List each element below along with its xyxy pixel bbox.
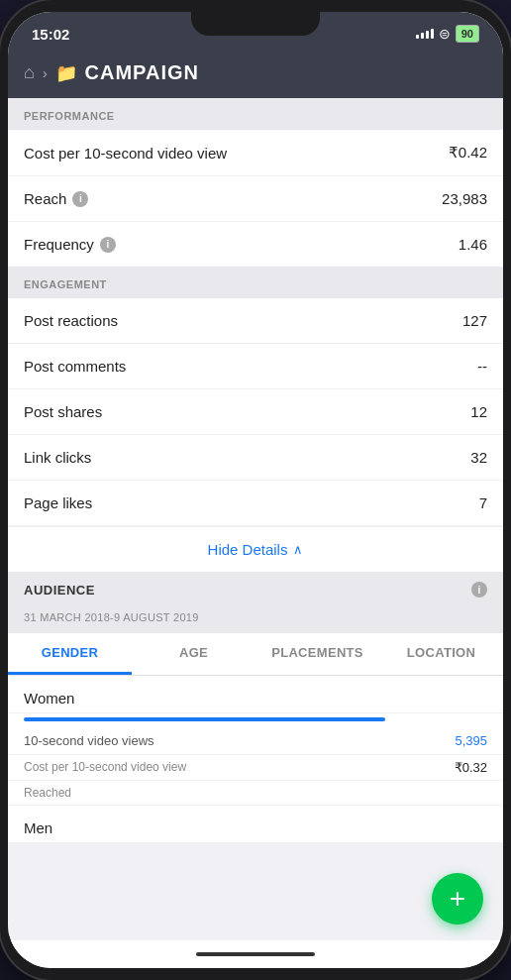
metric-row: Link clicks 32 [8, 435, 503, 481]
audience-stat-label-cost: Cost per 10-second video view [24, 760, 186, 775]
hide-details-label: Hide Details [208, 541, 288, 558]
audience-header: AUDIENCE i [8, 572, 503, 603]
info-icon-reach[interactable]: i [72, 191, 88, 207]
add-icon: + [450, 885, 465, 913]
page-title: CAMPAIGN [85, 61, 199, 84]
metric-row: Post reactions 127 [8, 298, 503, 344]
audience-stat-label-video-views: 10-second video views [24, 733, 154, 748]
hide-details-button[interactable]: Hide Details ∧ [8, 526, 503, 572]
status-icons: ⊜ 90 [416, 25, 479, 43]
tab-placements[interactable]: PLACEMENTS [256, 633, 379, 675]
status-time: 15:02 [32, 26, 69, 43]
metric-value-reach: 23,983 [442, 190, 487, 207]
metric-row: Frequency i 1.46 [8, 222, 503, 267]
info-icon-frequency[interactable]: i [100, 237, 116, 253]
date-range-text: 31 MARCH 2018-9 AUGUST 2019 [24, 611, 199, 623]
audience-title: AUDIENCE [24, 583, 95, 598]
audience-stat-row-reached: Reached [8, 781, 503, 806]
home-bar [196, 952, 315, 956]
battery-indicator: 90 [456, 25, 479, 43]
metric-label-post-shares: Post shares [24, 403, 102, 420]
metric-row: Cost per 10-second video view ₹0.42 [8, 130, 503, 176]
tab-gender[interactable]: GENDER [8, 633, 132, 675]
audience-stat-value-video-views: 5,395 [455, 733, 487, 748]
metric-label-link-clicks: Link clicks [24, 449, 91, 466]
metric-value-cost-video: ₹0.42 [449, 144, 487, 162]
metric-value-post-shares: 12 [470, 403, 487, 420]
metric-row: Reach i 23,983 [8, 176, 503, 222]
metric-value-page-likes: 7 [479, 494, 487, 511]
breadcrumb-chevron: › [43, 65, 48, 81]
notch [191, 12, 320, 36]
wifi-icon: ⊜ [439, 26, 451, 42]
engagement-section-header: ENGAGEMENT [8, 267, 503, 298]
metric-row: Page likes 7 [8, 481, 503, 526]
performance-section-header: PERFORMANCE [8, 98, 503, 130]
metric-label-cost-video: Cost per 10-second video view [24, 145, 227, 162]
phone-screen: 15:02 ⊜ 90 ⌂ › 📁 CAMPAIGN PE [8, 12, 503, 968]
performance-label: PERFORMANCE [24, 110, 115, 122]
folder-icon: 📁 [55, 62, 77, 84]
audience-stat-row: 10-second video views 5,395 [8, 727, 503, 755]
signal-icon [416, 29, 434, 39]
tab-age[interactable]: AGE [132, 633, 256, 675]
home-icon[interactable]: ⌂ [24, 62, 35, 83]
metric-value-frequency: 1.46 [459, 236, 487, 253]
metric-label-post-comments: Post comments [24, 358, 126, 375]
metric-label-post-reactions: Post reactions [24, 312, 118, 329]
hide-details-chevron-icon: ∧ [293, 542, 303, 557]
engagement-label: ENGAGEMENT [24, 278, 107, 290]
metric-label-frequency: Frequency i [24, 236, 116, 253]
audience-stat-value-cost: ₹0.32 [455, 760, 487, 775]
metric-row: Post shares 12 [8, 389, 503, 435]
audience-tabs: GENDER AGE PLACEMENTS LOCATION [8, 633, 503, 676]
date-range: 31 MARCH 2018-9 AUGUST 2019 [8, 603, 503, 633]
audience-group-women-label: Women [8, 676, 503, 713]
engagement-metrics: Post reactions 127 Post comments -- Post… [8, 298, 503, 572]
audience-group-men-label: Men [8, 806, 503, 842]
info-icon-audience[interactable]: i [471, 582, 487, 598]
home-indicator [8, 940, 503, 968]
performance-metrics: Cost per 10-second video view ₹0.42 Reac… [8, 130, 503, 267]
tab-location[interactable]: LOCATION [379, 633, 503, 675]
phone-shell: 15:02 ⊜ 90 ⌂ › 📁 CAMPAIGN PE [0, 0, 511, 980]
metric-row: Post comments -- [8, 344, 503, 389]
audience-stat-row-cost: Cost per 10-second video view ₹0.32 [8, 755, 503, 781]
metric-value-post-reactions: 127 [462, 312, 487, 329]
page-header: ⌂ › 📁 CAMPAIGN [8, 52, 503, 98]
add-button[interactable]: + [432, 873, 483, 925]
metric-value-link-clicks: 32 [470, 449, 487, 466]
main-content: PERFORMANCE Cost per 10-second video vie… [8, 98, 503, 940]
metric-label-page-likes: Page likes [24, 494, 92, 511]
audience-stat-label-reached: Reached [24, 786, 71, 800]
metric-value-post-comments: -- [477, 358, 487, 375]
metric-label-reach: Reach i [24, 190, 88, 207]
audience-content: Women 10-second video views 5,395 Cost p… [8, 676, 503, 842]
audience-bar-women [8, 713, 503, 721]
